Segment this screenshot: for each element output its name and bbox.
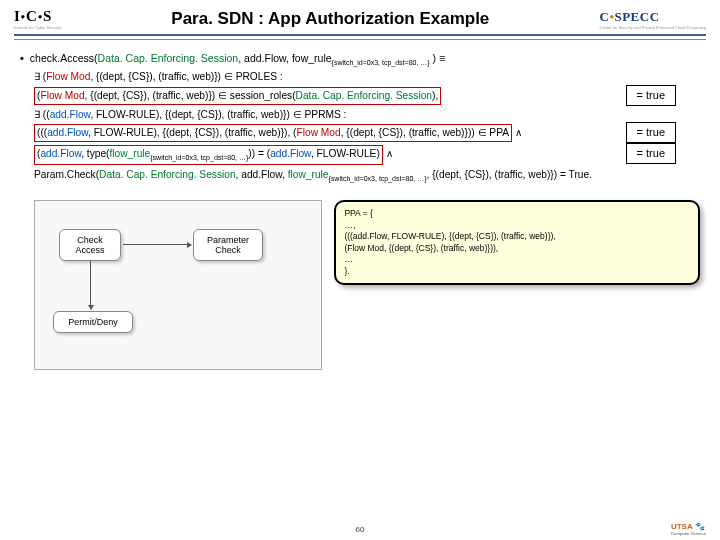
- logo-left-s: S: [43, 8, 52, 24]
- arrow-right-icon: [123, 244, 191, 245]
- l6-af2: add.Flow: [270, 148, 311, 159]
- l4-af: add.Flow: [50, 109, 91, 120]
- line-4: ∃ ((add.Flow, FLOW-RULE), {(dept, {CS}),…: [20, 108, 700, 122]
- logo-left-i: I: [14, 8, 21, 24]
- ppa-l4: …: [344, 254, 690, 265]
- line-3-redbox: (Flow Mod, {(dept, {CS}), (traffic, web)…: [34, 87, 441, 105]
- l3-end: ),: [432, 90, 438, 101]
- l5-fm: Flow Mod: [297, 127, 341, 138]
- l6-mid: , type(: [81, 148, 109, 159]
- logo-right-c: C: [600, 9, 610, 24]
- l6-and: ∧: [383, 148, 393, 159]
- l5-pre: (((: [37, 127, 47, 138]
- l7-mid2: , {(dept, {CS}), (traffic, web)}) = True…: [427, 169, 592, 180]
- ppa-l3: (Flow Mod, {(dept, {CS}), (traffic, web)…: [344, 243, 690, 254]
- true-box-3: = true: [626, 143, 676, 164]
- l2-pre: ∃ (: [34, 71, 46, 82]
- l6-end: , FLOW-RULE): [311, 148, 380, 159]
- diagram-row: Check Access Parameter Check Permit/Deny…: [0, 186, 720, 370]
- logo-left-c: C: [26, 8, 38, 24]
- line-5-redbox: (((add.Flow, FLOW-RULE), {(dept, {CS}), …: [34, 124, 512, 142]
- l5-mid: , FLOW-RULE), {(dept, {CS}), (traffic, w…: [88, 127, 297, 138]
- l1-sub: {switch_id=0x3, tcp_dst=80, …}: [332, 59, 430, 66]
- l4-pre: ∃ ((: [34, 109, 50, 120]
- line-2: ∃ (Flow Mod, {(dept, {CS}), (traffic, we…: [20, 70, 700, 84]
- line-5-row: (((add.Flow, FLOW-RULE), {(dept, {CS}), …: [20, 124, 700, 142]
- ppa-l2: (((add.Flow, FLOW-RULE), {(dept, {CS}), …: [344, 231, 690, 242]
- logo-left: I•C•S Institute for Cyber Security: [14, 8, 61, 30]
- line-6-redbox: (add.Flow, type(flow_rule{switch_id=0x3,…: [34, 145, 383, 164]
- ppa-definition-box: PPA = { …, (((add.Flow, FLOW-RULE), {(de…: [334, 200, 700, 285]
- l5-af: add.Flow: [47, 127, 88, 138]
- l1-arg2: , add.Flow, fow_rule: [238, 52, 331, 64]
- l7-arg1: Data. Cap. Enforcing. Session: [99, 169, 235, 180]
- bullet-row: • check.Access(Data. Cap. Enforcing. Ses…: [20, 52, 700, 66]
- l6-af: add.Flow: [40, 148, 81, 159]
- logo-left-subtitle: Institute for Cyber Security: [14, 25, 61, 30]
- arrow-down-icon: [90, 261, 91, 309]
- line-6-row: (add.Flow, type(flow_rule{switch_id=0x3,…: [20, 145, 700, 164]
- l7-pre: Param.Check(: [34, 169, 99, 180]
- l6-mid2: )) = (: [248, 148, 270, 159]
- ppa-l5: }.: [344, 266, 690, 277]
- l1-pre: check.Access(: [30, 52, 98, 64]
- l1-end: ) ≡: [430, 52, 445, 64]
- logo-right: C•SPECC Center for Security and Privacy …: [600, 9, 707, 30]
- true-box-1: = true: [626, 85, 676, 106]
- page-number: 60: [356, 525, 365, 534]
- footer-logo-sub: Computer Science: [671, 531, 706, 536]
- line-7: Param.Check(Data. Cap. Enforcing. Sessio…: [20, 168, 700, 183]
- l7-sub: {switch_id=0x3, tcp_dst=80, …}: [328, 175, 426, 182]
- line-3-row: (Flow Mod, {(dept, {CS}), (traffic, web)…: [20, 87, 700, 105]
- ppa-l0: PPA = {: [344, 208, 690, 219]
- footer-logo: UTSA 🐾 Computer Science: [671, 522, 706, 536]
- logo-right-subtitle: Center for Security and Privacy Enhanced…: [600, 25, 707, 30]
- l7-fr: flow_rule: [288, 169, 329, 180]
- node-permit-deny: Permit/Deny: [53, 311, 133, 333]
- l1-arg1: Data. Cap. Enforcing. Session: [98, 52, 239, 64]
- logo-right-specc: SPECC: [614, 9, 659, 24]
- l2-fm: Flow Mod: [46, 71, 90, 82]
- l7-mid: , add.Flow,: [236, 169, 288, 180]
- l5-and: ∧: [512, 127, 522, 138]
- node-parameter-check: Parameter Check: [193, 229, 263, 261]
- l6-fr: flow_rule: [110, 148, 151, 159]
- content-area: • check.Access(Data. Cap. Enforcing. Ses…: [0, 46, 720, 183]
- line-1: check.Access(Data. Cap. Enforcing. Sessi…: [30, 52, 445, 66]
- flow-diagram: Check Access Parameter Check Permit/Deny: [34, 200, 322, 370]
- l4-rest: , FLOW-RULE), {(dept, {CS}), (traffic, w…: [90, 109, 346, 120]
- footer-logo-main: UTSA: [671, 522, 692, 531]
- l2-rest: , {(dept, {CS}), (traffic, web)}) ∈ PROL…: [90, 71, 282, 82]
- header: I•C•S Institute for Cyber Security Para.…: [0, 0, 720, 34]
- footer-logo-icon: 🐾: [695, 522, 705, 531]
- header-rule-thick: [14, 34, 706, 36]
- slide-title: Para. SDN : App Authorization Example: [61, 9, 599, 29]
- bullet-dot-icon: •: [20, 52, 24, 66]
- l3-mid: , {(dept, {CS}), (traffic, web)}) ∈ sess…: [85, 90, 296, 101]
- ppa-l1: …,: [344, 220, 690, 231]
- l6-sub: {switch_id=0x3, tcp_dst=80, …}: [150, 154, 248, 161]
- true-box-2: = true: [626, 122, 676, 143]
- l3-fm: Flow Mod: [40, 90, 84, 101]
- header-rule-thin: [14, 39, 706, 40]
- l3-arg: Data. Cap. Enforcing. Session: [296, 90, 432, 101]
- l5-end: , {(dept, {CS}), (traffic, web)})) ∈ PPA: [341, 127, 509, 138]
- node-check-access: Check Access: [59, 229, 121, 261]
